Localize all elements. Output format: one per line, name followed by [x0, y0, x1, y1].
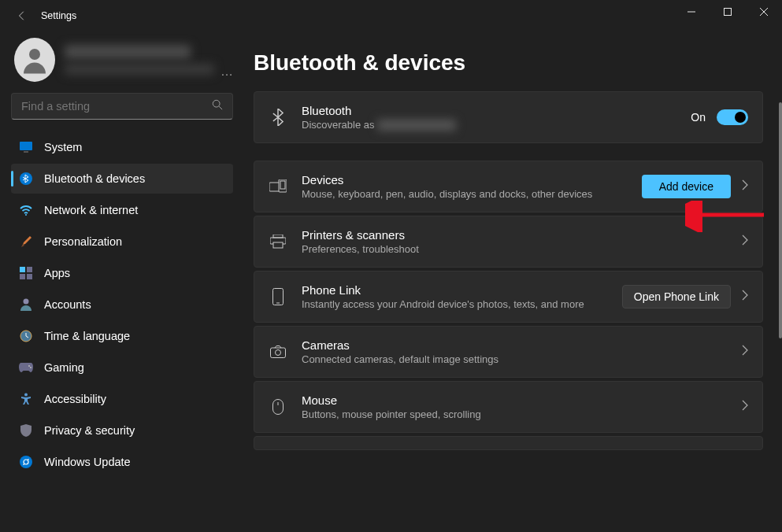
bluetooth-toggle[interactable]	[717, 109, 748, 125]
sidebar-item-system[interactable]: System	[11, 132, 233, 162]
svg-point-20	[24, 393, 28, 397]
svg-rect-11	[20, 267, 25, 272]
sidebar-item-gaming[interactable]: Gaming	[11, 353, 233, 382]
svg-point-4	[29, 49, 40, 60]
sidebar-item-bluetooth-devices[interactable]: Bluetooth & devices	[11, 164, 233, 194]
maximize-button[interactable]	[710, 0, 746, 24]
sidebar-item-label: Bluetooth & devices	[44, 172, 145, 185]
sidebar-item-personalization[interactable]: Personalization	[11, 227, 233, 257]
user-profile[interactable]: …	[11, 38, 233, 82]
card-title: Phone Link	[302, 283, 608, 297]
svg-point-10	[25, 214, 27, 216]
search-icon	[212, 99, 223, 113]
partial-card[interactable]	[254, 436, 763, 450]
sidebar-item-windows-update[interactable]: Windows Update	[11, 447, 233, 477]
sidebar-item-apps[interactable]: Apps	[11, 258, 233, 288]
svg-point-19	[30, 367, 32, 368]
printers-scanners-card[interactable]: Printers & scanners Preferences, trouble…	[254, 216, 763, 268]
printer-icon	[269, 235, 287, 249]
open-phone-link-button[interactable]: Open Phone Link	[622, 285, 731, 308]
display-icon	[19, 140, 33, 154]
mouse-icon	[269, 399, 287, 415]
card-title: Printers & scanners	[302, 228, 728, 242]
svg-rect-12	[27, 267, 32, 272]
search-input[interactable]	[21, 100, 212, 113]
brush-icon	[19, 235, 33, 249]
sidebar-item-label: Personalization	[44, 235, 122, 248]
phone-icon	[269, 288, 287, 305]
card-title: Devices	[302, 173, 628, 187]
update-icon	[19, 455, 33, 469]
svg-rect-32	[273, 400, 284, 415]
scrollbar[interactable]	[779, 102, 782, 433]
sidebar-item-network[interactable]: Network & internet	[11, 195, 233, 225]
mouse-card[interactable]: Mouse Buttons, mouse pointer speed, scro…	[254, 381, 763, 433]
card-subtitle: Instantly access your Android device's p…	[302, 298, 608, 310]
chevron-right-icon	[742, 235, 748, 249]
avatar	[14, 38, 55, 82]
accessibility-icon	[19, 392, 33, 406]
chevron-right-icon	[742, 345, 748, 359]
card-subtitle: Connected cameras, default image setting…	[302, 353, 728, 365]
shield-icon	[19, 423, 33, 438]
sidebar-item-label: Accounts	[44, 298, 91, 311]
card-title: Bluetooth	[302, 104, 676, 117]
sidebar-item-label: Time & language	[44, 330, 130, 342]
chevron-right-icon	[742, 179, 748, 194]
camera-icon	[269, 345, 287, 358]
sidebar-item-label: Network & internet	[44, 204, 138, 216]
sidebar-item-accessibility[interactable]: Accessibility	[11, 384, 233, 414]
sidebar-item-privacy[interactable]: Privacy & security	[11, 416, 233, 445]
card-subtitle: Discoverable as	[302, 119, 676, 131]
bluetooth-icon	[269, 109, 287, 126]
apps-icon	[19, 266, 33, 280]
cameras-card[interactable]: Cameras Connected cameras, default image…	[254, 326, 763, 378]
svg-point-21	[20, 456, 32, 468]
back-button[interactable]	[14, 8, 30, 24]
card-subtitle: Buttons, mouse pointer speed, scrolling	[302, 408, 728, 420]
sidebar-item-time-language[interactable]: Time & language	[11, 321, 233, 351]
devices-icon	[269, 179, 287, 194]
chevron-right-icon	[742, 400, 748, 414]
card-title: Mouse	[302, 393, 728, 407]
bluetooth-toggle-card[interactable]: Bluetooth Discoverable as On	[254, 91, 763, 143]
svg-rect-25	[273, 235, 283, 238]
sidebar-item-accounts[interactable]: Accounts	[11, 290, 233, 320]
search-box[interactable]	[11, 93, 233, 120]
card-subtitle: Mouse, keyboard, pen, audio, displays an…	[302, 188, 628, 200]
sidebar-item-label: Accessibility	[44, 393, 106, 405]
svg-rect-8	[24, 151, 28, 153]
add-device-button[interactable]: Add device	[642, 175, 731, 198]
clock-icon	[19, 329, 33, 343]
devices-card[interactable]: Devices Mouse, keyboard, pen, audio, dis…	[254, 161, 763, 212]
svg-rect-27	[273, 242, 283, 248]
svg-rect-30	[271, 348, 286, 358]
card-subtitle: Preferences, troubleshoot	[302, 243, 728, 255]
svg-rect-14	[27, 274, 32, 279]
sidebar-item-label: Apps	[44, 267, 70, 279]
svg-rect-1	[725, 9, 732, 16]
svg-rect-28	[273, 289, 284, 305]
svg-point-15	[24, 299, 29, 305]
bluetooth-icon	[19, 172, 33, 186]
svg-line-6	[219, 106, 222, 109]
sidebar-item-label: Gaming	[44, 361, 84, 374]
chevron-right-icon	[742, 290, 748, 304]
sidebar-item-label: Windows Update	[44, 456, 131, 468]
device-name-redacted	[377, 120, 456, 131]
page-title: Bluetooth & devices	[254, 50, 763, 76]
svg-point-18	[28, 365, 30, 367]
svg-rect-7	[20, 142, 32, 150]
close-button[interactable]	[746, 0, 782, 24]
svg-point-31	[276, 350, 281, 356]
wifi-icon	[19, 203, 33, 217]
phone-link-card[interactable]: Phone Link Instantly access your Android…	[254, 271, 763, 323]
card-title: Cameras	[302, 338, 728, 352]
minimize-button[interactable]	[673, 0, 710, 24]
user-name-redacted	[65, 45, 191, 59]
sidebar-item-label: Privacy & security	[44, 424, 135, 437]
window-title: Settings	[41, 10, 76, 21]
person-icon	[19, 297, 33, 312]
toggle-label: On	[691, 111, 706, 124]
sidebar-item-label: System	[44, 141, 82, 153]
